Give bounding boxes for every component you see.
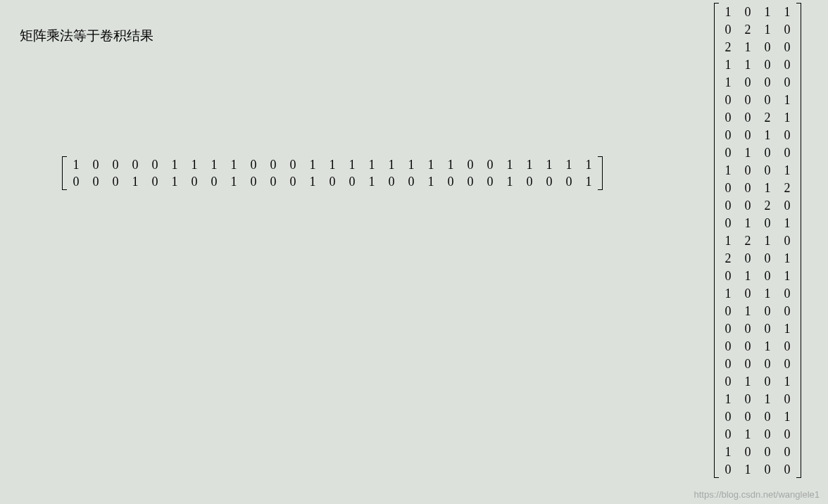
- matrixB-cell: 1: [777, 91, 797, 108]
- matrixB-cell: 0: [718, 20, 738, 38]
- matrixB-cell: 0: [758, 267, 777, 284]
- matrixB-cell: 2: [758, 108, 777, 126]
- matrixB-cell: 1: [758, 3, 777, 20]
- matrixB-cell: 0: [738, 337, 758, 355]
- matrixB-cell: 1: [758, 20, 777, 38]
- matrixB-cell: 0: [758, 425, 777, 443]
- matrixA-cell: 1: [224, 173, 244, 190]
- matrixB-cell: 0: [718, 108, 738, 126]
- matrixB-cell: 1: [777, 320, 797, 337]
- matrixB-cell: 0: [758, 443, 777, 460]
- matrixA-cell: 0: [263, 173, 283, 190]
- matrixB-cell: 1: [777, 108, 797, 126]
- matrixB-cell: 1: [738, 56, 758, 73]
- matrixB-cell: 0: [758, 73, 777, 91]
- matrixB-cell: 0: [758, 355, 777, 372]
- matrixA-cell: 0: [106, 156, 125, 173]
- matrixB-cell: 1: [777, 372, 797, 390]
- matrixB-cell: 0: [777, 196, 797, 214]
- matrixA-cell: 1: [362, 156, 382, 173]
- matrixA-cell: 1: [224, 156, 244, 173]
- matrixA-cell: 1: [165, 173, 184, 190]
- matrixA-cell: 0: [204, 173, 224, 190]
- matrixB-cell: 2: [738, 20, 758, 38]
- matrixB-cell: 1: [777, 249, 797, 267]
- matrixB-cell: 0: [777, 20, 797, 38]
- matrixA-cell: 0: [539, 173, 559, 190]
- matrixA-cell: 0: [145, 156, 165, 173]
- matrixA-cell: 0: [283, 156, 303, 173]
- matrixA-cell: 0: [244, 156, 263, 173]
- matrixB-cell: 0: [718, 460, 738, 478]
- matrixA-cell: 1: [421, 173, 441, 190]
- matrixA-cell: 0: [86, 156, 106, 173]
- matrixB-cell: 0: [718, 267, 738, 284]
- matrixA-cell: 1: [303, 173, 322, 190]
- matrixB-cell: 0: [718, 91, 738, 108]
- matrixA-cell: 0: [263, 156, 283, 173]
- matrixB-cell: 0: [777, 232, 797, 249]
- matrixA-cell: 1: [184, 156, 204, 173]
- matrixB-cell: 1: [718, 390, 738, 408]
- matrixA-cell: 0: [460, 156, 480, 173]
- matrixB-cell: 0: [738, 320, 758, 337]
- matrixA-cell: 1: [559, 156, 579, 173]
- matrixA-cell: 1: [303, 156, 322, 173]
- matrixB-cell: 2: [758, 196, 777, 214]
- matrixA-cell: 1: [125, 173, 145, 190]
- matrixB-cell: 1: [738, 38, 758, 56]
- matrixB-cell: 1: [738, 144, 758, 161]
- matrixB-cell: 0: [738, 126, 758, 144]
- matrixA-cell: 0: [184, 173, 204, 190]
- matrixB-cell: 0: [738, 390, 758, 408]
- matrixB-cell: 1: [738, 302, 758, 320]
- matrixB-cell: 0: [777, 56, 797, 73]
- matrixA-cell: 1: [401, 156, 421, 173]
- matrixB-cell: 0: [738, 91, 758, 108]
- matrixA-cell: 1: [362, 173, 382, 190]
- matrixB-cell: 1: [718, 161, 738, 179]
- matrixB-cell: 1: [718, 56, 738, 73]
- matrixB-cell: 0: [777, 284, 797, 302]
- matrixA-cell: 0: [382, 173, 401, 190]
- matrixA-cell: 1: [520, 156, 539, 173]
- matrixA-cell: 1: [204, 156, 224, 173]
- matrixB-cell: 0: [758, 56, 777, 73]
- matrixA-cell: 0: [401, 173, 421, 190]
- matrixA-cell: 1: [66, 156, 86, 173]
- matrixB-cell: 2: [777, 179, 797, 196]
- matrixA-cell: 1: [382, 156, 401, 173]
- matrixB-cell: 1: [758, 232, 777, 249]
- matrixB-cell: 1: [738, 214, 758, 232]
- matrixB-cell: 0: [718, 302, 738, 320]
- matrixB-cell: 1: [718, 73, 738, 91]
- matrixA-cell: 0: [244, 173, 263, 190]
- matrixB-cell: 0: [777, 425, 797, 443]
- page-title: 矩阵乘法等于卷积结果: [20, 27, 153, 45]
- matrixA-cell: 0: [520, 173, 539, 190]
- matrixA-cell: 0: [322, 173, 342, 190]
- matrixB-cell: 0: [777, 337, 797, 355]
- matrixA-cell: 1: [165, 156, 184, 173]
- matrix-a: 1000011110001111111100111110001010010001…: [62, 156, 603, 193]
- matrixB-cell: 0: [718, 196, 738, 214]
- watermark: https://blog.csdn.net/wanglele1: [694, 489, 820, 500]
- matrixB-cell: 0: [738, 443, 758, 460]
- matrixB-cell: 0: [718, 372, 738, 390]
- matrixB-cell: 0: [738, 408, 758, 425]
- matrixB-cell: 0: [758, 161, 777, 179]
- matrixB-cell: 0: [738, 355, 758, 372]
- matrixB-cell: 0: [718, 144, 738, 161]
- matrixB-cell: 1: [718, 3, 738, 20]
- matrixB-cell: 0: [777, 126, 797, 144]
- matrixB-cell: 1: [758, 390, 777, 408]
- matrixA-cell: 0: [480, 173, 500, 190]
- matrixB-cell: 0: [758, 302, 777, 320]
- matrixA-cell: 1: [421, 156, 441, 173]
- matrixA-cell: 1: [342, 156, 362, 173]
- matrixB-cell: 2: [718, 249, 738, 267]
- matrixB-cell: 0: [718, 337, 738, 355]
- matrixA-cell: 0: [441, 173, 460, 190]
- matrixB-cell: 0: [777, 144, 797, 161]
- matrixA-cell: 0: [480, 156, 500, 173]
